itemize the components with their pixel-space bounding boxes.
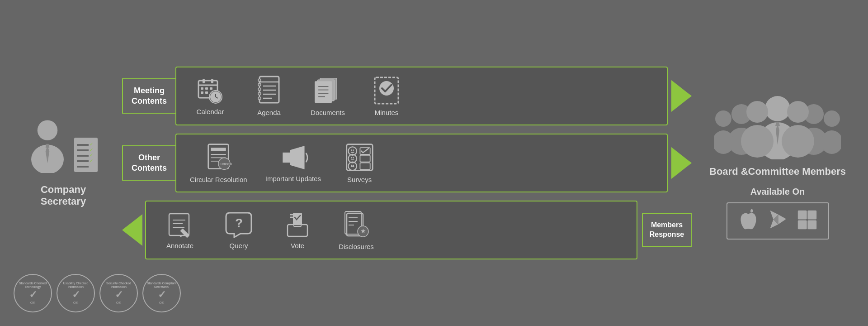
svg-point-58 bbox=[351, 149, 352, 151]
svg-rect-18 bbox=[201, 87, 203, 90]
svg-text:★: ★ bbox=[360, 227, 366, 235]
svg-rect-69 bbox=[360, 163, 370, 170]
svg-text:✓: ✓ bbox=[90, 147, 93, 152]
middle-section: MeetingContents bbox=[108, 67, 705, 259]
svg-marker-55 bbox=[290, 146, 305, 169]
svg-point-34 bbox=[258, 83, 261, 86]
badge-standards-checked: Standards CheckedTechnology ✓ OK bbox=[14, 274, 52, 312]
row-members-response: Annotate ? Query bbox=[122, 201, 692, 259]
badge-ok-2: OK bbox=[73, 301, 79, 305]
agenda-label: Agenda bbox=[257, 109, 281, 116]
svg-rect-68 bbox=[360, 155, 370, 162]
disclosures-item: ★ Disclosures bbox=[336, 210, 377, 250]
members-response-box: Annotate ? Query bbox=[145, 201, 637, 259]
agenda-item: Agenda bbox=[249, 76, 289, 116]
svg-rect-19 bbox=[205, 87, 208, 90]
badge-check-2: ✓ bbox=[72, 289, 80, 301]
members-response-label: MembersResponse bbox=[642, 213, 692, 247]
svg-rect-20 bbox=[210, 87, 212, 90]
minutes-label: Minutes bbox=[375, 109, 399, 116]
svg-point-95 bbox=[824, 110, 840, 127]
vote-label: Vote bbox=[291, 242, 304, 249]
svg-rect-112 bbox=[797, 220, 807, 229]
available-on-label: Available On bbox=[750, 187, 805, 197]
svg-rect-22 bbox=[205, 91, 208, 94]
documents-label: Documents bbox=[311, 109, 345, 116]
svg-point-66 bbox=[353, 165, 354, 166]
svg-point-97 bbox=[765, 96, 790, 121]
query-item: ? Query bbox=[218, 211, 259, 249]
svg-point-37 bbox=[258, 97, 261, 100]
svg-marker-54 bbox=[283, 152, 290, 162]
windows-store-icon bbox=[797, 210, 817, 232]
other-contents-label: OtherContents bbox=[122, 145, 176, 181]
svg-marker-3 bbox=[46, 144, 50, 148]
surveys-item: Surveys bbox=[339, 143, 380, 183]
meeting-contents-label: MeetingContents bbox=[122, 78, 176, 114]
circular-resolution-label: Circular Resolution bbox=[190, 176, 247, 183]
badge-check-1: ✓ bbox=[29, 289, 37, 301]
svg-text:URGENT: URGENT bbox=[221, 163, 232, 166]
svg-rect-8 bbox=[77, 160, 89, 162]
svg-point-59 bbox=[353, 149, 354, 151]
svg-point-102 bbox=[741, 125, 774, 158]
row-meeting-contents: MeetingContents bbox=[122, 67, 692, 125]
query-label: Query bbox=[230, 242, 248, 249]
svg-rect-6 bbox=[77, 149, 89, 151]
svg-point-36 bbox=[258, 92, 261, 95]
badge-standards-compliant: Standards CompliantSecretarial ✓ OK bbox=[142, 274, 181, 312]
badges-section: Standards CheckedTechnology ✓ OK Usabili… bbox=[14, 274, 181, 312]
svg-point-61 bbox=[351, 157, 352, 158]
svg-text:✓: ✓ bbox=[90, 153, 93, 158]
badge-usability-checked: Usability CheckedInformation ✓ OK bbox=[57, 274, 95, 312]
board-label: Board &Committee Members bbox=[709, 166, 846, 177]
svg-text:?: ? bbox=[235, 216, 243, 230]
other-contents-box: URGENT Circular Resolution Important Upd… bbox=[175, 134, 668, 192]
svg-text:✓: ✓ bbox=[90, 142, 93, 147]
badge-security-checked: Security CheckedInformation ✓ OK bbox=[99, 274, 138, 312]
members-response-arrow bbox=[122, 214, 142, 246]
svg-point-103 bbox=[787, 101, 809, 123]
google-play-icon bbox=[768, 209, 788, 233]
svg-point-35 bbox=[258, 88, 261, 91]
other-contents-arrow bbox=[671, 147, 692, 179]
checklist-icon: ✓ ✓ ✓ ✓ bbox=[72, 137, 99, 175]
board-icon bbox=[714, 87, 841, 161]
badge-check-3: ✓ bbox=[115, 289, 123, 301]
badge-ok-3: OK bbox=[116, 301, 122, 305]
left-section: ✓ ✓ ✓ ✓ Company Secretary bbox=[18, 119, 108, 207]
surveys-label: Surveys bbox=[347, 176, 372, 183]
svg-rect-5 bbox=[77, 144, 89, 146]
calendar-item: Calendar bbox=[190, 77, 231, 115]
apple-icon bbox=[738, 209, 759, 233]
disclosures-label: Disclosures bbox=[339, 243, 374, 250]
annotate-label: Annotate bbox=[166, 242, 193, 249]
svg-rect-21 bbox=[201, 91, 203, 94]
svg-point-33 bbox=[258, 79, 261, 82]
badge-ok-1: OK bbox=[30, 301, 36, 305]
svg-rect-9 bbox=[77, 166, 89, 168]
calendar-label: Calendar bbox=[197, 108, 224, 115]
documents-item: Documents bbox=[307, 76, 348, 116]
company-secretary-icon: ✓ ✓ ✓ ✓ bbox=[27, 119, 99, 175]
svg-rect-40 bbox=[315, 82, 331, 102]
svg-rect-110 bbox=[797, 211, 807, 220]
circular-resolution-item: URGENT Circular Resolution bbox=[190, 143, 247, 183]
badge-ok-4: OK bbox=[159, 301, 165, 305]
svg-marker-75 bbox=[179, 235, 183, 237]
svg-point-0 bbox=[38, 120, 58, 140]
svg-point-93 bbox=[715, 110, 731, 127]
left-label: Company Secretary bbox=[18, 184, 108, 207]
meeting-contents-arrow bbox=[671, 80, 692, 112]
svg-point-65 bbox=[351, 165, 352, 166]
svg-rect-48 bbox=[211, 148, 226, 151]
person-icon bbox=[27, 119, 68, 175]
svg-rect-16 bbox=[203, 79, 205, 83]
svg-rect-17 bbox=[211, 79, 213, 83]
svg-point-62 bbox=[353, 157, 354, 158]
svg-point-104 bbox=[782, 125, 814, 158]
right-section: Board &Committee Members Available On bbox=[705, 87, 850, 240]
minutes-item: Minutes bbox=[366, 76, 407, 116]
important-updates-label: Important Updates bbox=[265, 175, 321, 182]
important-updates-item: Important Updates bbox=[265, 144, 321, 182]
